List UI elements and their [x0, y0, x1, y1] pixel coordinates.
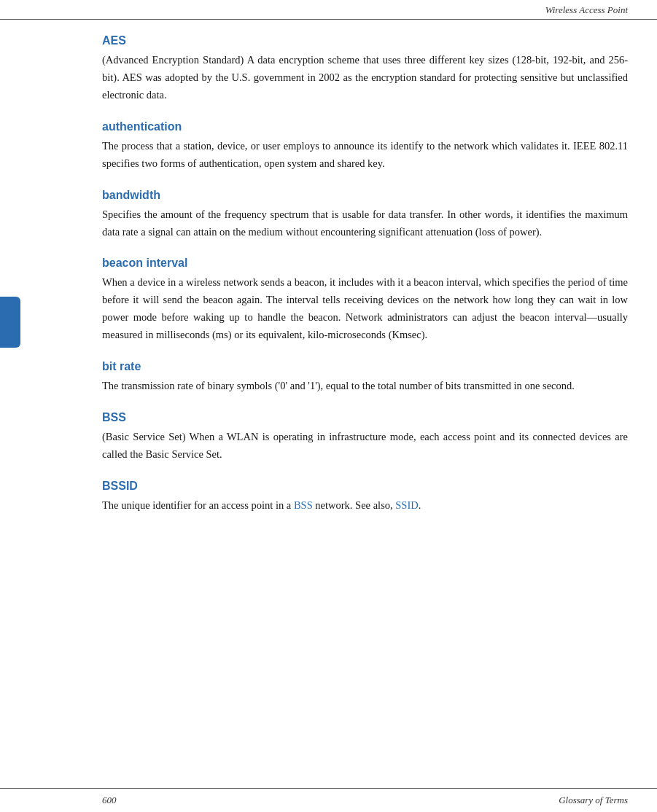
- term-beacon-interval: beacon interval When a device in a wirel…: [102, 257, 628, 344]
- term-bssid-body: The unique identifier for an access poin…: [102, 497, 628, 515]
- bssid-link-ssid[interactable]: SSID: [395, 499, 418, 511]
- term-bss: BSS (Basic Service Set) When a WLAN is o…: [102, 411, 628, 464]
- term-bss-title: BSS: [102, 411, 628, 424]
- header-title: Wireless Access Point: [545, 4, 628, 15]
- term-bit-rate-body: The transmission rate of binary symbols …: [102, 378, 628, 395]
- term-bandwidth-title: bandwidth: [102, 189, 628, 202]
- page-header: Wireless Access Point: [0, 0, 657, 20]
- term-bit-rate-title: bit rate: [102, 360, 628, 373]
- term-authentication-body: The process that a station, device, or u…: [102, 138, 628, 173]
- term-aes: AES (Advanced Encryption Standard) A dat…: [102, 34, 628, 104]
- bssid-link-bss[interactable]: BSS: [294, 499, 313, 511]
- tab-indicator: [0, 297, 20, 348]
- term-beacon-interval-body: When a device in a wireless network send…: [102, 274, 628, 344]
- term-beacon-interval-title: beacon interval: [102, 257, 628, 270]
- page-footer: 600 Glossary of Terms: [0, 788, 657, 812]
- page-container: Wireless Access Point AES (Advanced Encr…: [0, 0, 657, 812]
- footer-section: Glossary of Terms: [559, 795, 628, 806]
- term-authentication: authentication The process that a statio…: [102, 120, 628, 173]
- term-bssid-title: BSSID: [102, 480, 628, 493]
- bssid-text-3: .: [419, 499, 421, 511]
- main-content: AES (Advanced Encryption Standard) A dat…: [0, 20, 657, 788]
- term-bandwidth-body: Specifies the amount of the frequency sp…: [102, 206, 628, 241]
- footer-page-number: 600: [102, 795, 117, 806]
- bssid-text-2: network. See also,: [313, 499, 396, 511]
- term-bss-body: (Basic Service Set) When a WLAN is opera…: [102, 429, 628, 464]
- term-aes-title: AES: [102, 34, 628, 47]
- term-authentication-title: authentication: [102, 120, 628, 133]
- bssid-text-1: The unique identifier for an access poin…: [102, 499, 294, 511]
- term-aes-body: (Advanced Encryption Standard) A data en…: [102, 52, 628, 104]
- term-bandwidth: bandwidth Specifies the amount of the fr…: [102, 189, 628, 241]
- term-bssid: BSSID The unique identifier for an acces…: [102, 480, 628, 515]
- term-bit-rate: bit rate The transmission rate of binary…: [102, 360, 628, 395]
